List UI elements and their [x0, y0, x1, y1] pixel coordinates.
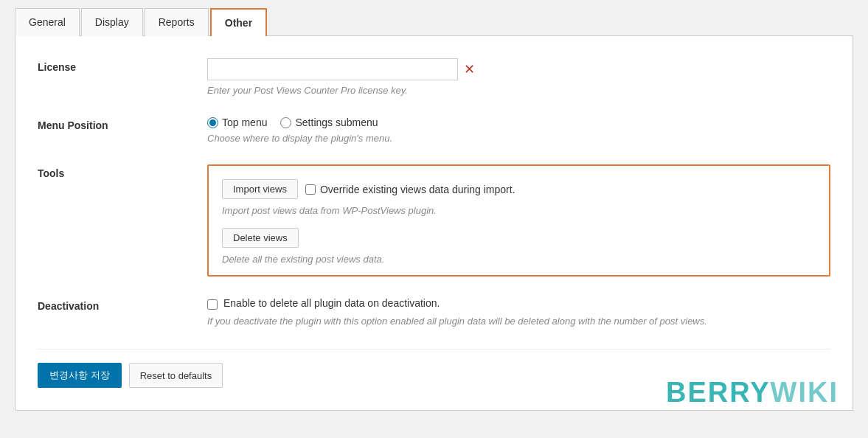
tab-general[interactable]: General	[15, 8, 80, 36]
license-row: License ✕ Enter your Post Views Counter …	[38, 58, 830, 96]
menu-position-row: Menu Position Top menu Settings submenu …	[38, 117, 830, 144]
tools-label: Tools	[38, 164, 207, 179]
radio-settings-submenu[interactable]: Settings submenu	[280, 117, 378, 128]
delete-row: Delete views	[222, 228, 816, 248]
deactivation-check-row: Enable to delete all plugin data on deac…	[207, 297, 830, 310]
clear-license-icon[interactable]: ✕	[464, 63, 475, 76]
deactivation-row: Deactivation Enable to delete all plugin…	[38, 297, 830, 327]
delete-views-button[interactable]: Delete views	[222, 228, 299, 248]
license-hint: Enter your Post Views Counter Pro licens…	[207, 85, 830, 96]
menu-position-radio-group: Top menu Settings submenu	[207, 117, 830, 128]
tools-content: Import views Override existing views dat…	[207, 164, 830, 277]
license-input-wrap: ✕	[207, 58, 830, 80]
deactivation-hint: If you deactivate the plugin with this o…	[207, 316, 830, 327]
tab-bar: General Display Reports Other	[15, 7, 853, 36]
tools-row: Tools Import views Override existing vie…	[38, 164, 830, 277]
brand-wiki-text: WIKI	[771, 377, 839, 408]
settings-content: License ✕ Enter your Post Views Counter …	[15, 36, 853, 411]
delete-hint: Delete all the existing post views data.	[222, 254, 816, 265]
import-views-button[interactable]: Import views	[222, 179, 298, 199]
reset-button[interactable]: Reset to defaults	[129, 363, 223, 388]
menu-position-content: Top menu Settings submenu Choose where t…	[207, 117, 830, 144]
import-row: Import views Override existing views dat…	[222, 179, 816, 199]
license-input[interactable]	[207, 58, 458, 80]
import-hint: Import post views data from WP-PostViews…	[222, 205, 816, 216]
tab-reports[interactable]: Reports	[145, 8, 209, 36]
license-content: ✕ Enter your Post Views Counter Pro lice…	[207, 58, 830, 96]
menu-position-label: Menu Position	[38, 117, 207, 131]
tools-box: Import views Override existing views dat…	[207, 164, 830, 277]
deactivation-checkbox[interactable]	[207, 299, 218, 310]
tab-display[interactable]: Display	[81, 8, 143, 36]
brand-text: BERRY	[666, 377, 771, 408]
override-checkbox-label[interactable]: Override existing views data during impo…	[305, 184, 515, 195]
license-label: License	[38, 58, 207, 73]
radio-top-menu[interactable]: Top menu	[207, 117, 267, 128]
deactivation-content: Enable to delete all plugin data on deac…	[207, 297, 830, 327]
deactivation-label: Deactivation	[38, 297, 207, 312]
tab-other[interactable]: Other	[210, 8, 267, 36]
radio-top-menu-input[interactable]	[207, 117, 218, 128]
radio-settings-submenu-input[interactable]	[280, 117, 291, 128]
menu-position-hint: Choose where to display the plugin's men…	[207, 133, 830, 144]
override-checkbox[interactable]	[305, 184, 316, 195]
save-button[interactable]: 변경사항 저장	[38, 363, 122, 388]
branding: BERRYWIKI	[666, 377, 839, 409]
